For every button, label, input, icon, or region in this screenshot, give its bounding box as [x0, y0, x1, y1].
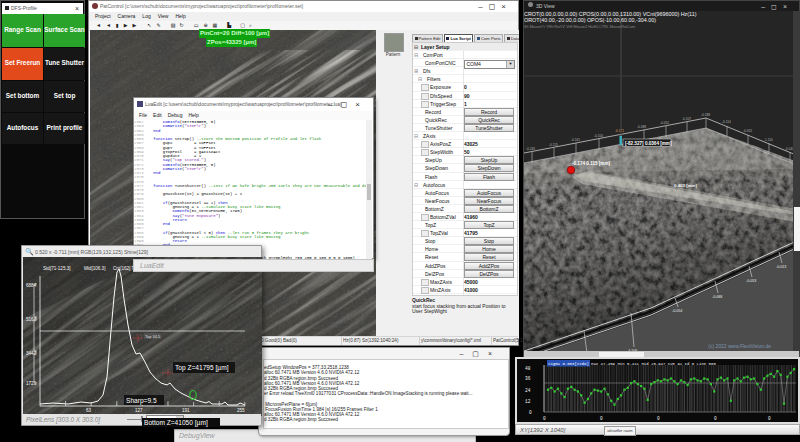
- svg-text:0: 0: [600, 416, 603, 421]
- svg-text:0: 0: [768, 416, 771, 421]
- svg-text:63: 63: [86, 408, 92, 413]
- svg-text:Top 34.5: Top 34.5: [145, 334, 161, 339]
- svg-text:-0.100: -0.100: [594, 134, 603, 138]
- svg-text:[-82.527] 0.0364 [mm]: [-82.527] 0.0364 [mm]: [625, 141, 672, 146]
- svg-text:3442: 3442: [26, 351, 37, 356]
- svg-text:Top Z=41795 [µm]: Top Z=41795 [µm]: [175, 364, 229, 372]
- svg-text:-0.088: -0.088: [712, 295, 722, 299]
- svg-text:191: 191: [182, 408, 190, 413]
- svg-text:0: 0: [657, 416, 660, 421]
- svg-text:6884: 6884: [26, 283, 37, 288]
- svg-text:-0.088: -0.088: [637, 125, 646, 129]
- svg-text:-0.107: -0.107: [682, 117, 691, 121]
- svg-text:-0.053: -0.053: [746, 279, 756, 283]
- svg-text:-0.161: -0.161: [571, 138, 580, 142]
- svg-text:127: 127: [135, 408, 143, 413]
- svg-text:-0.245: -0.245: [526, 147, 535, 151]
- svg-text:-1.110: -1.110: [764, 138, 773, 142]
- svg-text:-0.052: -0.052: [660, 121, 669, 125]
- svg-text:-0.054: -0.054: [672, 309, 682, 313]
- svg-text:0: 0: [714, 416, 717, 421]
- svg-text:0.403 [mm]: 0.403 [mm]: [674, 183, 697, 188]
- svg-text:0: 0: [543, 416, 546, 421]
- svg-text:Max 47.459 Min 5.411 Mid 25.94: Max 47.459 Min 5.411 Mid 25.947 CVE 92 I…: [591, 362, 716, 366]
- svg-text:12: 12: [525, 399, 531, 404]
- svg-text:-0.115: -0.115: [549, 143, 558, 147]
- svg-text:-0.174 0.115 [mm]: -0.174 0.115 [mm]: [572, 161, 611, 166]
- svg-text:5163: 5163: [26, 317, 37, 322]
- svg-text:Sharp=9.5: Sharp=9.5: [126, 397, 157, 405]
- svg-text:-0.188: -0.188: [701, 113, 710, 117]
- svg-text:Sigma 0.003[StdN]: Sigma 0.003[StdN]: [548, 362, 589, 366]
- svg-text:24: 24: [525, 388, 531, 393]
- svg-text:255: 255: [237, 408, 245, 413]
- svg-text:1721: 1721: [26, 381, 37, 386]
- svg-text:Std[71-125.3]: Std[71-125.3]: [43, 266, 71, 271]
- svg-text:36: 36: [525, 376, 531, 381]
- svg-text:48: 48: [525, 366, 531, 371]
- svg-text:-0.013: -0.013: [776, 265, 786, 269]
- svg-text:-0.171: -0.171: [615, 129, 624, 133]
- svg-text:0: 0: [529, 410, 532, 415]
- svg-text:Mid[106.3]: Mid[106.3]: [84, 266, 105, 271]
- svg-text:-0.114: -0.114: [722, 120, 731, 124]
- svg-text:-0.052: -0.052: [743, 129, 752, 133]
